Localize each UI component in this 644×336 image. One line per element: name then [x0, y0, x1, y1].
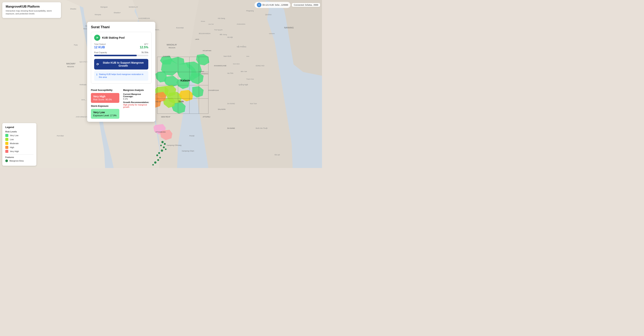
svg-text:MYA...: MYA... [82, 99, 86, 101]
svg-text:Lào Cai: Lào Cai [208, 23, 214, 25]
svg-text:BOLIKHAMSAI: BOLIKHAMSAI [199, 32, 210, 34]
growth-label: Growth Recommendation: [123, 101, 152, 104]
staking-info-text: Staking KUB helps fund mangrove restorat… [99, 73, 146, 79]
svg-point-10 [157, 159, 159, 161]
svg-text:Nam Định: Nam Định [224, 55, 231, 57]
svg-text:HAINAN: HAINAN [269, 33, 275, 34]
svg-text:MANDALAY: MANDALAY [129, 6, 138, 8]
svg-text:Sầm Sơn: Sầm Sơn [240, 71, 247, 72]
svg-text:AYEYARWADY: AYEYARWADY [76, 116, 88, 118]
legend-item-high: High [5, 146, 33, 149]
mangrove-label: Mangrove Area [10, 160, 24, 162]
exposure-label: Exposure Level: [93, 114, 110, 117]
pool-capacity-label: Pool Capacity [94, 51, 107, 54]
staking-card-header: ⟳ KUB Staking Pool [94, 35, 148, 41]
svg-text:ZHANJIANG: ZHANJIANG [237, 23, 245, 25]
features-title: Features [5, 156, 33, 158]
svg-text:NAKHON: NAKHON [163, 55, 170, 57]
connected-text: Connected: 0x5eba...9988 [294, 4, 318, 6]
coverage-row: Current Mangrove Coverage: 0.1% [123, 93, 152, 100]
map-background[interactable]: Kalasin Surin MANDALAY REGION RAKHINE MA… [0, 0, 322, 168]
app-title: MangroveKUB Platform [6, 5, 58, 8]
svg-text:MANDALAY: MANDALAY [167, 44, 177, 46]
kub-staking-icon: ⟳ [94, 35, 100, 41]
mangrove-section: Mangrove Analysis Current Mangrove Cover… [123, 89, 152, 119]
svg-text:Pyay: Pyay [74, 44, 78, 46]
svg-text:SALAVAN: SALAVAN [218, 108, 226, 110]
legend-panel: Legend Risk Levels Very Low Low Moderate… [2, 123, 36, 166]
risk-score-label: Risk Score: [93, 98, 105, 101]
svg-text:Thái Nguyên: Thái Nguyên [214, 29, 222, 31]
exposure-value: 17.9% [110, 114, 116, 117]
legend-title: Legend [5, 126, 33, 128]
low-swatch [5, 138, 8, 141]
total-staked-value: 12 KUB [94, 46, 106, 49]
svg-point-11 [154, 161, 156, 164]
very-low-swatch [5, 134, 8, 137]
svg-point-12 [152, 164, 154, 166]
legend-divider [5, 154, 33, 154]
very-high-swatch [5, 150, 8, 153]
svg-text:Buôn Ma Thuột: Buôn Ma Thuột [256, 127, 268, 129]
coverage-value: 0.1% [123, 98, 152, 100]
svg-point-1 [162, 141, 164, 143]
kub-address: 0x5e...129988 [275, 4, 288, 6]
svg-point-8 [156, 154, 158, 156]
legend-item-very-high: Very High [5, 150, 33, 153]
svg-point-3 [160, 145, 162, 146]
svg-text:Qinzhou: Qinzhou [265, 14, 272, 16]
very-high-label: Very High [10, 150, 19, 152]
high-label: High [10, 146, 14, 148]
pool-capacity-row: Pool Capacity 78.75% [94, 51, 148, 54]
pool-capacity-value: 78.75% [141, 51, 148, 54]
svg-text:Shwebo: Shwebo [70, 8, 76, 10]
svg-text:CHAMPASAK: CHAMPASAK [208, 90, 219, 91]
staking-card-title: KUB Staking Pool [102, 36, 125, 39]
svg-text:Thanh Hoa: Thanh Hoa [246, 78, 254, 80]
svg-text:NANNING: NANNING [284, 26, 294, 29]
stake-button-label: Stake KUB to Support Mangrove Growth [100, 61, 146, 67]
svg-text:Ninh Bình: Ninh Bình [233, 63, 240, 65]
storm-level: Very Low [93, 111, 117, 114]
staking-card: ⟳ KUB Staking Pool Total Staked 12 KUB A… [91, 32, 152, 84]
storm-section-title: Storm Exposure [91, 105, 119, 108]
svg-text:PRABANG: PRABANG [201, 73, 208, 74]
svg-point-7 [158, 152, 160, 154]
moderate-swatch [5, 142, 8, 145]
svg-text:Monywa: Monywa [95, 14, 101, 16]
svg-text:Kampong Chhnang: Kampong Chhnang [167, 144, 182, 146]
very-low-label: Very Low [10, 134, 18, 136]
svg-point-9 [159, 157, 161, 158]
apy-block: APY 12.5% [140, 43, 148, 49]
legend-item-low: Low [5, 138, 33, 141]
staking-stats: Total Staked 12 KUB APY 12.5% [94, 43, 148, 49]
stake-button[interactable]: ⟳ Stake KUB to Support Mangrove Growth [94, 59, 148, 70]
storm-card: Very Low Exposure Level: 17.9% [91, 109, 119, 119]
svg-text:NAY PYI TI: NAY PYI TI [80, 61, 88, 63]
svg-text:Port Blair: Port Blair [57, 135, 64, 137]
coverage-label: Current Mangrove Coverage: [123, 93, 152, 98]
popup-panel: Surat Thani ⟳ KUB Staking Pool Total Sta… [87, 22, 155, 122]
flood-section: Flood Susceptibility Very High Risk Scor… [91, 89, 119, 119]
total-staked-label: Total Staked [94, 43, 106, 45]
risk-levels-title: Risk Levels [5, 130, 33, 133]
location-title: Surat Thani [91, 25, 152, 29]
svg-text:REGION: REGION [67, 66, 74, 68]
apy-label: APY [140, 43, 148, 45]
legend-item-mangrove: Mangrove Area [5, 160, 33, 162]
mangrove-data: Current Mangrove Coverage: 0.1% Growth R… [123, 93, 152, 108]
svg-text:XAISOMBOUN: XAISOMBOUN [138, 18, 150, 19]
svg-text:Pursat: Pursat [190, 135, 194, 137]
legend-item-moderate: Moderate [5, 142, 33, 145]
svg-text:Shwebo+: Shwebo+ [114, 12, 121, 14]
flood-card: Very High Risk Score: 90.0% [91, 93, 119, 103]
flood-score: Risk Score: 90.0% [93, 98, 117, 101]
title-panel: MangroveKUB Platform Interactive map sho… [2, 2, 61, 18]
svg-text:RAKHINE: RAKHINE [176, 27, 184, 29]
progress-bar-background [94, 55, 148, 56]
growth-value: High priority for mangrove growth [123, 104, 152, 108]
kub-price-display[interactable]: K ₿0.121 KUB 0x5e...129988 [254, 2, 290, 8]
svg-text:Myingyan: Myingyan [100, 6, 108, 8]
stake-icon: ⟳ [96, 62, 99, 66]
svg-text:ATTAMBANG: ATTAMBANG [155, 131, 166, 133]
